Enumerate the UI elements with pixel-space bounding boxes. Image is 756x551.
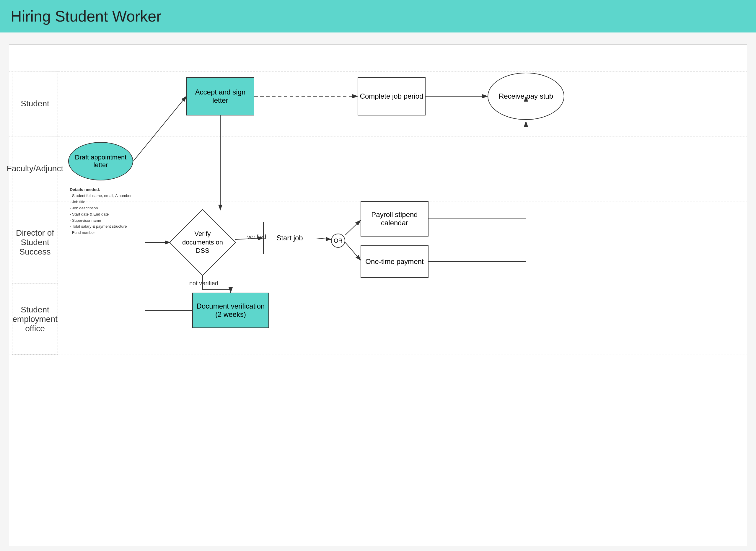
page-title: Hiring Student Worker: [11, 7, 161, 25]
svg-line-8: [345, 220, 360, 235]
svg-line-7: [316, 238, 331, 239]
annotation-box: Details needed: - Student full name, ema…: [70, 186, 132, 236]
not-verified-label: not verified: [189, 280, 218, 287]
start-job-node: Start job: [263, 222, 316, 254]
lane-divider-3: [9, 284, 747, 284]
complete-job-node: Complete job period: [357, 77, 426, 115]
lane-divider-top: [9, 71, 747, 71]
page-header: Hiring Student Worker: [0, 0, 756, 32]
swimlane-employment: Student employment office: [12, 284, 58, 355]
lane-divider-1: [9, 136, 747, 136]
svg-line-2: [133, 96, 186, 161]
draft-letter-node: Draft appointment letter: [68, 142, 133, 180]
verified-label: verified: [247, 233, 266, 240]
receive-pay-node: Receive pay stub: [488, 73, 564, 120]
swimlane-faculty: Faculty/Adjunct: [12, 136, 58, 201]
arrows-svg: [9, 45, 747, 546]
verify-docs-node: Verifydocuments onDSS: [170, 210, 235, 275]
doc-verification-node: Document verification (2 weeks): [192, 293, 269, 328]
svg-line-9: [345, 242, 360, 260]
annotation-items: - Student full name, email, A number - J…: [70, 193, 132, 236]
diagram-area: Student Faculty/Adjunct Director of Stud…: [9, 44, 747, 546]
main-content: Student Faculty/Adjunct Director of Stud…: [0, 32, 756, 551]
swimlane-director: Director of Student Success: [12, 201, 58, 284]
annotation-title: Details needed:: [70, 186, 132, 193]
or-circle: OR: [331, 233, 345, 248]
swimlane-student: Student: [12, 71, 58, 136]
accept-sign-node: Accept and sign letter: [186, 77, 254, 115]
one-time-payment-node: One-time payment: [360, 245, 429, 278]
payroll-stipend-node: Payroll stipend calendar: [360, 201, 429, 236]
verify-docs-text: Verifydocuments onDSS: [182, 230, 223, 255]
lane-divider-bottom: [9, 355, 747, 355]
